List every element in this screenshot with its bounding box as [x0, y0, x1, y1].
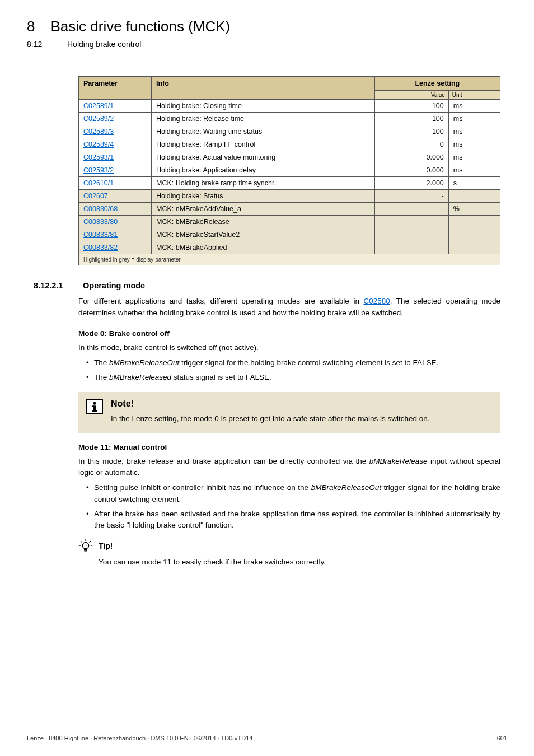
cell-value: 100: [374, 100, 448, 113]
parameter-link[interactable]: C02589/2: [83, 115, 114, 123]
cell-parameter: C00830/68: [79, 203, 152, 216]
cell-parameter: C00833/81: [79, 228, 152, 241]
lightbulb-icon: [78, 539, 93, 553]
list-item: Setting pulse inhibit or controller inhi…: [86, 482, 500, 505]
text: The: [94, 358, 109, 367]
text: status signal is set to FALSE.: [171, 373, 271, 381]
intro-paragraph: For different applications and tasks, di…: [78, 296, 500, 319]
cell-parameter: C02589/4: [79, 138, 152, 151]
cell-parameter: C02589/2: [79, 113, 152, 125]
mode0-heading: Mode 0: Brake control off: [78, 329, 500, 338]
text: The: [94, 373, 109, 381]
emphasis: bMBrakeRelease: [369, 457, 428, 465]
cell-parameter: C02610/1: [79, 177, 152, 190]
table-row: C00830/68MCK: nMBrakeAddValue_a-%: [79, 203, 500, 216]
cell-parameter: C02589/1: [79, 100, 152, 113]
parameter-link[interactable]: C00833/81: [83, 231, 118, 239]
cell-unit: [448, 216, 500, 228]
note-title: Note!: [111, 399, 493, 409]
cell-parameter: C02593/1: [79, 151, 152, 164]
cell-value: -: [374, 228, 448, 241]
text: trigger signal for the holding brake con…: [179, 358, 438, 367]
parameter-link[interactable]: C00833/80: [83, 218, 118, 226]
sub-line: 8.12 Holding brake control: [27, 40, 507, 49]
cell-info: Holding brake: Closing time: [152, 100, 375, 113]
emphasis: bMBrakeReleaseOut: [109, 358, 179, 367]
list-item: The bMBrakeReleased status signal is set…: [86, 372, 500, 383]
parameter-link[interactable]: C02593/2: [83, 166, 114, 174]
cell-info: Holding brake: Waiting time status: [152, 125, 375, 138]
cell-value: 0: [374, 138, 448, 151]
cell-unit: [448, 190, 500, 203]
svg-line-6: [90, 541, 91, 542]
subsection-heading: 8.12.2.1 Operating mode: [34, 281, 500, 290]
parameter-link[interactable]: C02607: [83, 192, 108, 200]
cell-parameter: C02589/3: [79, 125, 152, 138]
parameter-link[interactable]: C00833/82: [83, 244, 118, 251]
table-row: C00833/80MCK: bMBrakeRelease-: [79, 216, 500, 228]
parameter-table-wrapper: Parameter Info Lenze setting Value Unit …: [78, 76, 500, 265]
note-callout: Note! In the Lenze setting, the mode 0 i…: [78, 392, 500, 432]
note-body: Note! In the Lenze setting, the mode 0 i…: [111, 399, 493, 424]
cell-parameter: C02607: [79, 190, 152, 203]
list-item: The bMBrakeReleaseOut trigger signal for…: [86, 357, 500, 368]
parameter-link[interactable]: C02589/3: [83, 128, 114, 136]
cell-unit: [448, 241, 500, 254]
parameter-link[interactable]: C00830/68: [83, 205, 118, 213]
mode11-list: Setting pulse inhibit or controller inhi…: [86, 482, 500, 531]
cell-value: 2.000: [374, 177, 448, 190]
cell-info: MCK: bMBrakeApplied: [152, 241, 375, 254]
svg-line-5: [81, 541, 82, 542]
parameter-link[interactable]: C02589/1: [83, 102, 114, 110]
section-body: For different applications and tasks, di…: [78, 296, 500, 568]
section-title: Holding brake control: [67, 40, 141, 49]
cell-info: Holding brake: Application delay: [152, 164, 375, 177]
svg-rect-3: [92, 410, 97, 412]
text: After the brake has been activated and t…: [94, 510, 500, 529]
cell-value: -: [374, 203, 448, 216]
intro-pre: For different applications and tasks, di…: [78, 297, 363, 305]
svg-point-0: [93, 402, 96, 405]
emphasis: bMBrakeReleased: [109, 373, 171, 381]
cell-value: 0.000: [374, 164, 448, 177]
parameter-link[interactable]: C02589/4: [83, 141, 114, 148]
parameter-link[interactable]: C02610/1: [83, 179, 114, 187]
chapter-title: Basic drive functions (MCK): [50, 18, 230, 35]
cell-value: 0.000: [374, 151, 448, 164]
emphasis: bMBrakeReleaseOut: [311, 483, 381, 492]
cell-info: MCK: bMBrakeStartValue2: [152, 228, 375, 241]
chapter-number: 8: [27, 18, 35, 35]
table-row: C02607Holding brake: Status-: [79, 190, 500, 203]
tip-heading-row: Tip!: [78, 539, 500, 553]
section-number: 8.12: [27, 40, 51, 49]
cell-value: 100: [374, 113, 448, 125]
parameter-link[interactable]: C02593/1: [83, 153, 114, 161]
link-c02580[interactable]: C02580: [363, 297, 390, 305]
cell-info: Holding brake: Status: [152, 190, 375, 203]
th-unit: Unit: [448, 91, 500, 100]
list-item: After the brake has been activated and t…: [86, 508, 500, 531]
th-parameter: Parameter: [79, 77, 152, 100]
mode11-heading: Mode 11: Manual control: [78, 443, 500, 451]
mode0-intro: In this mode, brake control is switched …: [78, 342, 500, 354]
cell-info: Holding brake: Ramp FF control: [152, 138, 375, 151]
cell-parameter: C00833/82: [79, 241, 152, 254]
text: Setting pulse inhibit or controller inhi…: [94, 483, 311, 492]
table-row: C02610/1MCK: Holding brake ramp time syn…: [79, 177, 500, 190]
cell-info: MCK: Holding brake ramp time synchr.: [152, 177, 375, 190]
cell-value: -: [374, 216, 448, 228]
cell-unit: %: [448, 203, 500, 216]
cell-unit: ms: [448, 125, 500, 138]
chapter-line: 8 Basic drive functions (MCK): [27, 18, 507, 35]
table-row: C02589/1Holding brake: Closing time100ms: [79, 100, 500, 113]
th-value: Value: [374, 91, 448, 100]
cell-info: MCK: nMBrakeAddValue_a: [152, 203, 375, 216]
svg-rect-2: [92, 406, 94, 408]
cell-value: -: [374, 190, 448, 203]
cell-unit: ms: [448, 100, 500, 113]
info-icon: [86, 399, 103, 414]
tip-text: You can use mode 11 to easily check if t…: [99, 557, 500, 568]
page-footer: Lenze · 8400 HighLine · Referenzhandbuch…: [27, 735, 507, 741]
cell-unit: ms: [448, 138, 500, 151]
mode11-intro: In this mode, brake release and brake ap…: [78, 456, 500, 479]
